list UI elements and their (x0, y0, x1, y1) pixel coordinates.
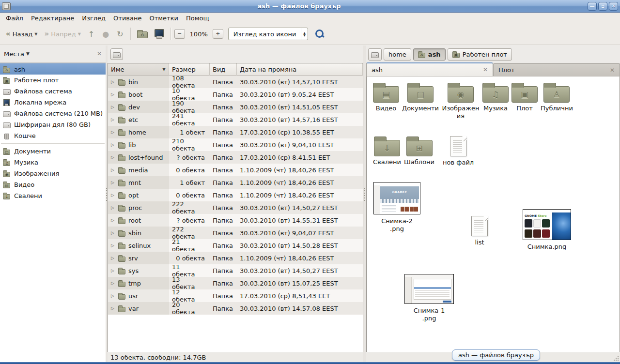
table-row[interactable]: ▷ var 20 обекта Папка 30.03.2010 (вт) 14… (108, 302, 363, 315)
sidebar-place-item[interactable]: ▢ Документи (0, 146, 106, 157)
maximize-button[interactable]: ▫ (598, 2, 607, 11)
forward-button[interactable]: » Напред ▼ (41, 28, 83, 40)
table-row[interactable]: ▷ home 1 обект Папка 17.03.2010 (ср) 10,… (108, 126, 363, 138)
expander-icon[interactable]: ▷ (111, 281, 116, 286)
minimize-button[interactable]: — (588, 2, 597, 11)
expander-icon[interactable]: ▷ (111, 293, 116, 298)
image-item-snimka2[interactable]: GUADEC Снимка-2.png (373, 182, 420, 233)
sidebar-splitter[interactable] (106, 46, 108, 362)
table-row[interactable]: ▷ sys 11 обекта Папка 30.03.2010 (вт) 14… (108, 264, 363, 277)
expander-icon[interactable]: ▷ (111, 105, 116, 109)
table-row[interactable]: ▷ lib 210 обекта Папка 30.03.2010 (вт) 9… (108, 138, 363, 151)
folder-item[interactable]: ↓ Свалени (373, 136, 401, 166)
expander-icon[interactable]: ▷ (111, 142, 116, 147)
table-row[interactable]: ▷ bin 108 обекта Папка 30.03.2010 (вт) 1… (108, 76, 363, 88)
expander-icon[interactable]: ▷ (111, 155, 116, 160)
table-row[interactable]: ▷ usr 12 обекта Папка 17.03.2010 (ср) 8,… (108, 289, 363, 302)
expander-icon[interactable]: ▷ (111, 268, 116, 273)
folder-item[interactable]: ♫ Музика (482, 82, 509, 112)
table-row[interactable]: ▷ sbin 272 обекта Папка 30.03.2010 (вт) … (108, 227, 363, 239)
folder-item[interactable]: ▣ Плот (512, 82, 538, 112)
sidebar-place-item[interactable]: Шифриран дял (80 GB) (0, 119, 106, 130)
zoom-in-button[interactable]: + (213, 29, 223, 39)
expander-icon[interactable]: ▷ (111, 230, 116, 235)
expander-icon[interactable]: ▷ (111, 243, 116, 248)
expander-icon[interactable]: ▷ (111, 167, 116, 172)
table-row[interactable]: ▷ root ? обекта Папка 30.03.2010 (вт) 14… (108, 214, 363, 227)
table-row[interactable]: ▷ srv 0 обекта Папка 1.10.2009 (чт) 18,4… (108, 252, 363, 264)
table-row[interactable]: ▷ lost+found ? обекта Папка 17.03.2010 (… (108, 151, 363, 164)
table-row[interactable]: ▷ selinux 21 обекта Папка 30.03.2010 (вт… (108, 239, 363, 252)
sidebar-place-item[interactable]: Кошче (0, 130, 106, 141)
view-mode-spinner-icon[interactable]: ▲▼ (301, 28, 308, 40)
column-header-name[interactable]: Име ▼ (108, 63, 169, 76)
breadcrumb-home-button[interactable]: home (384, 48, 411, 61)
titlebar[interactable]: ash — файлов браузър — ▫ ✕ (0, 0, 620, 13)
column-header-type[interactable]: Вид (210, 63, 237, 76)
breadcrumb-ash-button[interactable]: ⌂ ash (413, 48, 446, 61)
sidebar-place-item[interactable]: ▣ Работен плот (0, 75, 106, 86)
expander-icon[interactable]: ▷ (111, 180, 116, 185)
reload-button[interactable]: ↻ (113, 28, 126, 41)
sidebar-title-select[interactable]: Места (4, 50, 24, 58)
image-item-snimka1[interactable]: Снимка-1.png (404, 274, 454, 323)
sidebar-place-item[interactable]: ♫ Музика (0, 157, 106, 168)
breadcrumb-root-button[interactable] (368, 48, 382, 61)
tab[interactable]: Плот ✕ (493, 63, 620, 76)
expander-icon[interactable]: ▷ (111, 79, 116, 84)
home-button[interactable]: ⌂ (136, 29, 149, 39)
tab-close-icon[interactable]: ✕ (610, 67, 615, 74)
sidebar-place-item[interactable]: ◉ Изображения (0, 168, 106, 179)
expander-icon[interactable]: ▷ (111, 306, 116, 311)
sidebar-place-item[interactable]: ▤ Видео (0, 179, 106, 190)
expander-icon[interactable]: ▷ (111, 205, 116, 210)
close-button[interactable]: ✕ (609, 2, 618, 11)
table-row[interactable]: ▷ etc 241 обекта Папка 30.03.2010 (вт) 1… (108, 113, 363, 126)
breadcrumb-desktop-button[interactable]: ▣ Работен плот (448, 48, 512, 61)
table-row[interactable]: ▷ boot 10 обекта Папка 30.03.2010 (вт) 9… (108, 88, 363, 101)
menu-item[interactable]: Отиване (109, 14, 145, 23)
column-header-date[interactable]: Дата на промяна (237, 63, 363, 76)
table-row[interactable]: ▷ dev 190 обекта Папка 30.03.2010 (вт) 1… (108, 101, 363, 113)
table-row[interactable]: ▷ tmp 13 обекта Папка 30.03.2010 (вт) 15… (108, 277, 363, 289)
view-mode-select[interactable]: Изглед като икони ▲▼ (228, 28, 308, 40)
folder-item[interactable]: ▤ Видео (373, 82, 399, 112)
tab-close-icon[interactable]: ✕ (483, 66, 488, 73)
expander-icon[interactable]: ▷ (111, 218, 116, 223)
expander-icon[interactable]: ▷ (111, 256, 116, 260)
sidebar-place-item[interactable]: Файлова система (210 MB) (0, 108, 106, 119)
image-item-snimka[interactable]: GNOME Store Снимка.png (523, 209, 571, 251)
expander-icon[interactable]: ▷ (111, 92, 116, 97)
back-history-caret-icon[interactable]: ▼ (34, 32, 37, 36)
table-row[interactable]: ▷ proc 222 обекта Папка 30.03.2010 (вт) … (108, 201, 363, 214)
menu-item[interactable]: Файл (2, 14, 27, 23)
file-item-new-file[interactable]: нов файл (443, 136, 474, 167)
root-location-button[interactable] (110, 48, 123, 60)
menu-item[interactable]: Изглед (78, 14, 109, 23)
expander-icon[interactable]: ▷ (111, 130, 116, 135)
folder-item[interactable]: ♙ Публични (541, 82, 573, 112)
sidebar-close-button[interactable]: ✕ (97, 50, 102, 57)
expander-icon[interactable]: ▷ (111, 193, 116, 197)
sidebar-place-item[interactable]: Локална мрежа (0, 97, 106, 108)
sidebar-place-item[interactable]: ⌂ ash (0, 63, 106, 75)
folder-item[interactable]: ▢ Документи (402, 82, 439, 112)
menu-item[interactable]: Редактиране (27, 14, 78, 23)
menu-item[interactable]: Отметки (145, 14, 182, 23)
up-button[interactable]: ↑ (85, 28, 98, 41)
menu-item[interactable]: Помощ (182, 14, 213, 23)
zoom-out-button[interactable]: − (174, 29, 185, 39)
folder-item[interactable]: ⊞ Шаблони (404, 136, 434, 166)
folder-item[interactable]: ◉ Изображения (442, 82, 480, 121)
file-item-list[interactable]: list (471, 216, 488, 246)
icon-view[interactable]: ▤ Видео ▢ Документи ◉ Изображения ♫ Музи… (366, 76, 620, 352)
table-row[interactable]: ▷ media 0 обекта Папка 1.10.2009 (чт) 18… (108, 164, 363, 176)
resize-grip[interactable] (613, 355, 619, 361)
column-header-size[interactable]: Размер (169, 63, 210, 76)
back-button[interactable]: « Назад ▼ (3, 28, 40, 40)
tab[interactable]: ash ✕ (366, 62, 493, 76)
sidebar-place-item[interactable]: Файлова система (0, 86, 106, 97)
table-row[interactable]: ▷ opt 0 обекта Папка 1.10.2009 (чт) 18,4… (108, 189, 363, 201)
expander-icon[interactable]: ▷ (111, 117, 116, 122)
stop-button[interactable]: ● (99, 28, 112, 41)
